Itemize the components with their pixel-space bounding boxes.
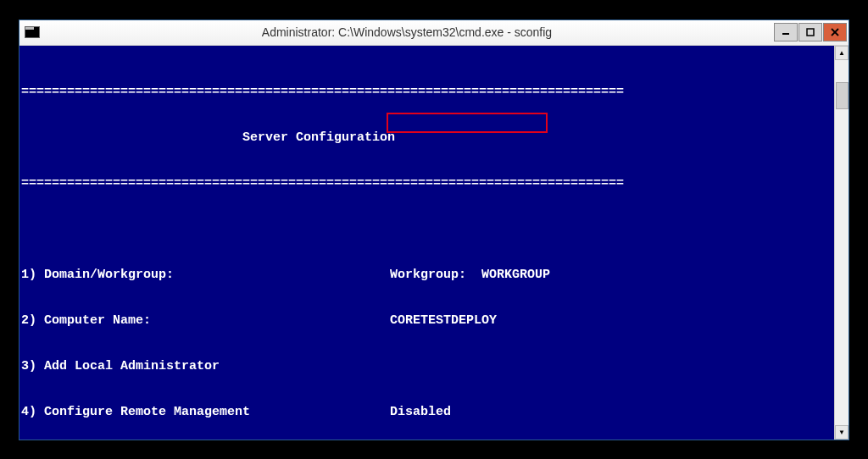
titlebar: Administrator: C:\Windows\system32\cmd.e… (19, 20, 849, 46)
blank-line (21, 222, 831, 237)
header-line: Server Configuration (21, 130, 831, 146)
scrollbar-thumb[interactable] (836, 82, 849, 109)
close-button[interactable] (823, 23, 847, 41)
content: ========================================… (19, 46, 849, 440)
scroll-down-button[interactable]: ▼ (835, 425, 849, 440)
window-title: Administrator: C:\Windows\system32\cmd.e… (45, 25, 769, 39)
scrollbar-track[interactable] (835, 60, 849, 425)
minimize-button[interactable] (774, 23, 798, 41)
window-controls (774, 23, 847, 41)
rule-line: ========================================… (21, 176, 831, 191)
cmd-icon (25, 26, 40, 38)
menu-item-4: 4) Configure Remote ManagementDisabled (21, 405, 831, 420)
menu-item-2: 2) Computer Name:CORETESTDEPLOY (21, 313, 831, 329)
menu-item-1: 1) Domain/Workgroup:Workgroup: WORKGROUP (21, 268, 831, 283)
svg-rect-1 (807, 29, 814, 36)
vertical-scrollbar[interactable]: ▲ ▼ (834, 46, 849, 440)
rule-line: ========================================… (21, 85, 831, 100)
menu-item-3: 3) Add Local Administrator (21, 359, 831, 374)
header-text: Server Configuration (242, 130, 395, 145)
cmd-window: Administrator: C:\Windows\system32\cmd.e… (19, 19, 849, 440)
scroll-up-button[interactable]: ▲ (835, 46, 849, 60)
maximize-button[interactable] (798, 23, 822, 41)
console-output[interactable]: ========================================… (19, 46, 834, 440)
